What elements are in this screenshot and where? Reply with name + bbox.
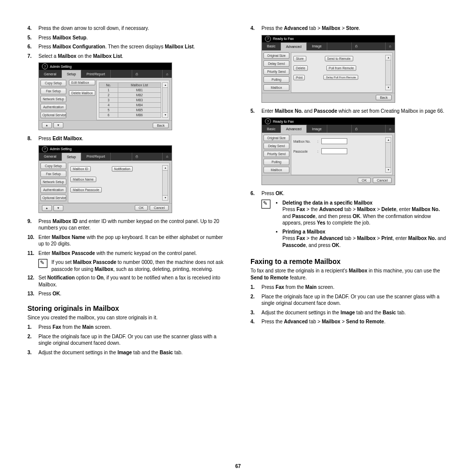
screenshot-fax-mailbox-entry: ?Ready to Fax Basic Advanced Image ⎙ ⌂ O… [261, 117, 395, 185]
heading-faxing-remote: Faxing to a remote Mailbox [250, 257, 449, 265]
sidebar-polling[interactable]: Polling [263, 76, 289, 83]
send-to-remote-button[interactable]: Send to Remote [325, 56, 353, 61]
tab-print-report[interactable]: Print/Report [81, 153, 110, 161]
table-row[interactable]: 4MB4 [99, 103, 161, 108]
delete-button[interactable]: Delete [293, 65, 308, 71]
tab-general[interactable]: General [39, 70, 62, 78]
screenshot-admin-list: ?Admin Setting General Setup Print/Repor… [38, 62, 172, 130]
edit-mailbox-button[interactable]: Edit Mailbox [69, 80, 95, 85]
note-icon [261, 200, 270, 209]
step-5: 5.Press Mailbox Setup. [27, 34, 226, 41]
step-e4: 4.Press the Advanced tab > Mailbox > Sen… [250, 318, 449, 325]
home-icon[interactable]: ⌂ [385, 125, 395, 133]
sidebar-priority-send[interactable]: Priority Send [263, 68, 289, 75]
cancel-button[interactable]: Cancel [373, 178, 392, 183]
scrollbar[interactable]: ▴▾ [385, 137, 391, 173]
tab-image[interactable]: Image [307, 42, 327, 50]
nav-down[interactable]: ▾ [53, 122, 63, 128]
notification-button[interactable]: Notification [112, 166, 133, 172]
delay-poll-from-remote-button[interactable]: Delay Poll From Remote [323, 75, 358, 80]
sidebar-fax-setup[interactable]: Fax Setup [40, 88, 66, 94]
steps-group-a: 4.Press the down arrow to scroll down, i… [27, 25, 226, 59]
tab-setup[interactable]: Setup [62, 70, 81, 78]
store-button[interactable]: Store [293, 56, 306, 61]
table-row[interactable]: 1MB1 [99, 88, 161, 93]
print-button[interactable]: Print [293, 75, 305, 80]
help-icon[interactable]: ? [42, 146, 48, 152]
tab-advanced[interactable]: Advanced [281, 42, 307, 50]
login-icon[interactable]: ⎙ [132, 70, 141, 78]
table-row[interactable]: 6MB6 [99, 113, 161, 118]
tab-basic[interactable]: Basic [262, 42, 281, 50]
sidebar-mailbox[interactable]: Mailbox [263, 84, 289, 91]
login-icon[interactable]: ⎙ [351, 42, 361, 50]
nav-down[interactable]: ▾ [53, 205, 63, 211]
step-r6: 6.Press OK. [250, 190, 449, 197]
tab-general[interactable]: General [39, 153, 62, 161]
step-7: 7.Select a Mailbox on the Mailbox List. [27, 53, 226, 60]
note-delete: Deleting the data in a specific MailboxP… [282, 200, 449, 227]
step-13: 13.Press OK. [27, 290, 226, 297]
login-icon[interactable]: ⎙ [132, 153, 141, 161]
tab-basic[interactable]: Basic [262, 125, 281, 133]
sidebar-network-setup[interactable]: Network Setup [40, 179, 66, 185]
sidebar-copy-setup[interactable]: Copy Setup [40, 80, 66, 86]
home-icon[interactable]: ⌂ [385, 42, 395, 50]
sidebar-copy-setup[interactable]: Copy Setup [40, 163, 66, 169]
mailbox-passcode-button[interactable]: Mailbox Passcode [70, 187, 102, 193]
sidebar: Copy Setup Fax Setup Network Setup Authe… [39, 78, 68, 120]
step-11: 11.Enter Mailbox Passcode with the numer… [27, 250, 226, 257]
scrollbar[interactable]: ▴▾ [162, 165, 168, 201]
sidebar-polling[interactable]: Polling [263, 159, 289, 165]
sidebar-optional-service[interactable]: Optional Service [40, 195, 66, 201]
tab-image[interactable]: Image [307, 125, 327, 133]
scrollbar[interactable]: ▴▾ [162, 82, 168, 118]
help-icon[interactable]: ? [265, 36, 271, 42]
login-icon[interactable]: ⎙ [351, 125, 361, 133]
sidebar-network-setup[interactable]: Network Setup [40, 96, 66, 102]
mailbox-no-input[interactable] [321, 138, 347, 144]
back-button[interactable]: Back [153, 123, 169, 128]
home-icon[interactable]: ⌂ [162, 70, 172, 78]
help-icon[interactable]: ? [265, 118, 271, 124]
sidebar-delay-send[interactable]: Delay Send [263, 143, 289, 149]
mailbox-id-button[interactable]: Mailbox ID [70, 166, 91, 172]
mailbox-name-button[interactable]: Mailbox Name [70, 177, 96, 182]
ok-button[interactable]: OK [135, 205, 148, 211]
help-icon[interactable]: ? [42, 63, 48, 69]
sidebar-original-size[interactable]: Original Size [263, 135, 289, 141]
poll-from-remote-button[interactable]: Poll from Remote [326, 65, 356, 71]
ok-button[interactable]: OK [358, 178, 371, 183]
step-d2: 2.Place the originals face up in the DAD… [27, 333, 226, 347]
nav-up[interactable]: ▴ [42, 205, 52, 211]
cancel-button[interactable]: Cancel [150, 205, 169, 211]
tab-print-report[interactable]: Print/Report [81, 70, 110, 78]
sidebar-mailbox[interactable]: Mailbox [263, 167, 289, 173]
sidebar-priority-send[interactable]: Priority Send [263, 151, 289, 157]
step-10: 10.Enter Mailbox Name with the pop up ke… [27, 234, 226, 247]
note-actions: Deleting the data in a specific MailboxP… [261, 200, 449, 251]
heading-storing: Storing originals in Mailbox [27, 304, 226, 312]
sidebar-fax-setup[interactable]: Fax Setup [40, 171, 66, 177]
nav-up[interactable]: ▴ [42, 122, 52, 128]
table-row[interactable]: 2MB2 [99, 93, 161, 98]
table-row[interactable]: 3MB3 [99, 98, 161, 103]
sidebar-authentication[interactable]: Authentication [40, 187, 66, 193]
delete-mailbox-button[interactable]: Delete Mailbox [69, 90, 95, 96]
passcode-input[interactable] [321, 148, 347, 154]
sidebar-original-size[interactable]: Original Size [263, 52, 289, 59]
step-e3: 3.Adjust the document settings in the Im… [250, 309, 449, 316]
sidebar-delay-send[interactable]: Delay Send [263, 60, 289, 67]
scrollbar[interactable]: ▴▾ [385, 55, 391, 90]
sidebar-authentication[interactable]: Authentication [40, 104, 66, 110]
right-column: 4.Press the Advanced tab > Mailbox > Sto… [250, 25, 449, 466]
tab-setup[interactable]: Setup [62, 153, 81, 161]
sidebar-optional-service[interactable]: Optional Service [40, 112, 66, 118]
home-icon[interactable]: ⌂ [162, 153, 172, 161]
step-4: 4.Press the down arrow to scroll down, i… [27, 25, 226, 32]
tab-advanced[interactable]: Advanced [281, 125, 307, 133]
step-e2: 2.Place the originals face up in the DAD… [250, 293, 449, 307]
step-12: 12.Set Notification option to On, if you… [27, 274, 226, 288]
back-button[interactable]: Back [376, 95, 392, 100]
table-row[interactable]: 5MB5 [99, 108, 161, 113]
